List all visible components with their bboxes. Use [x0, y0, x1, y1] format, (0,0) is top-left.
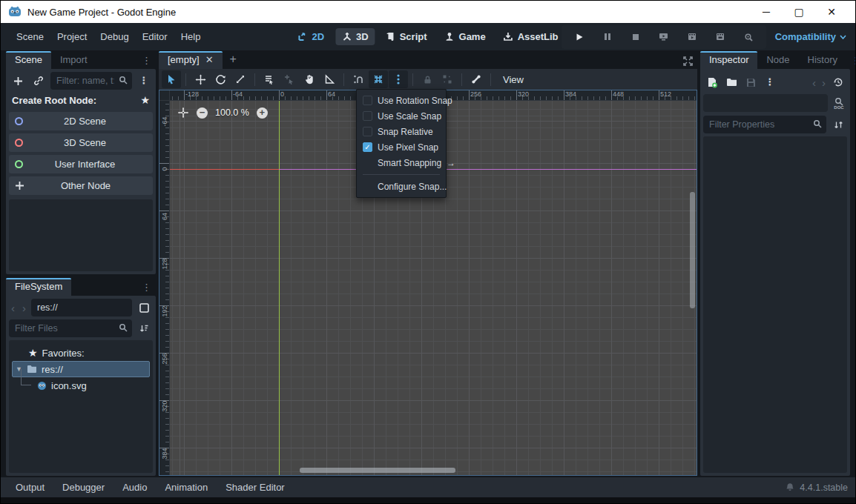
create-user-interface-button[interactable]: User Interface [9, 155, 153, 173]
rotate-tool[interactable] [211, 70, 230, 88]
tab-import[interactable]: Import [51, 51, 96, 69]
dock-options-icon[interactable]: ⋮ [137, 55, 156, 69]
move-tool[interactable] [191, 70, 210, 88]
menu-item-configure-snap[interactable]: Configure Snap... [357, 179, 446, 194]
bottom-panel-audio-button[interactable]: Audio [115, 480, 154, 495]
open-docs-button[interactable]: DOC [831, 97, 847, 110]
minimize-button[interactable]: ─ [750, 1, 783, 23]
editor-3d-button[interactable]: 3D [335, 28, 375, 45]
history-forward-icon[interactable]: › [20, 302, 28, 314]
load-resource-icon[interactable] [722, 73, 740, 91]
favorites-row[interactable]: ★ Favorites: [12, 345, 150, 361]
create-2d-scene-button[interactable]: 2D Scene [9, 112, 153, 130]
edit-next-icon[interactable]: › [820, 76, 828, 89]
history-icon[interactable] [829, 73, 847, 91]
scene-tree-empty-area [9, 199, 153, 271]
center-view-icon[interactable] [177, 107, 189, 119]
editor-2d-button[interactable]: 2D [291, 28, 331, 45]
select-tool[interactable] [162, 70, 181, 88]
menu-item-smart-snapping[interactable]: Smart Snapping → [357, 155, 446, 170]
favorites-star-icon[interactable]: ★ [140, 94, 150, 106]
bottom-panel-output-button[interactable]: Output [8, 480, 52, 495]
create-3d-scene-button[interactable]: 3D Scene [9, 133, 153, 152]
instantiate-scene-icon[interactable] [30, 72, 47, 90]
menu-help[interactable]: Help [174, 28, 208, 45]
snapping-options-button[interactable] [389, 70, 408, 88]
save-resource-icon[interactable] [742, 73, 760, 91]
list-select-tool[interactable] [260, 70, 279, 88]
tab-inspector[interactable]: Inspector [700, 51, 757, 69]
edit-prev-icon[interactable]: ‹ [810, 76, 818, 89]
resource-name-field[interactable] [703, 94, 828, 112]
grid-snap-toggle[interactable] [369, 70, 388, 88]
maximize-button[interactable]: ▢ [783, 1, 815, 23]
assetlib-icon [504, 32, 513, 42]
window-bottom-border [1, 497, 855, 503]
filesystem-dock-options-icon[interactable]: ⋮ [137, 282, 156, 296]
new-resource-icon[interactable] [703, 73, 721, 91]
zoom-percent[interactable]: 100.0 % [215, 107, 249, 118]
new-scene-tab-button[interactable]: + [223, 53, 244, 69]
res-root-row[interactable]: ▼ res:// [12, 361, 150, 377]
lock-selected-button[interactable] [418, 70, 437, 88]
distraction-free-icon[interactable] [679, 56, 697, 69]
menu-item-snap-relative[interactable]: Snap Relative [357, 124, 446, 139]
group-selected-button[interactable] [438, 70, 457, 88]
tab-scene[interactable]: Scene [6, 51, 51, 69]
tab-node[interactable]: Node [757, 51, 798, 69]
menu-item-use-pixel-snap[interactable]: ✓ Use Pixel Snap [357, 139, 446, 155]
menu-scene[interactable]: Scene [10, 28, 50, 45]
play-custom-scene-button[interactable] [711, 28, 729, 46]
editor-script-button[interactable]: Script [380, 28, 434, 45]
menu-editor[interactable]: Editor [136, 28, 174, 45]
toggle-split-mode-icon[interactable] [135, 299, 153, 316]
version-label[interactable]: 4.4.1.stable [800, 483, 848, 493]
tab-filesystem[interactable]: FileSystem [6, 278, 71, 296]
scale-tool[interactable] [231, 70, 250, 88]
ruler-tool[interactable] [320, 70, 339, 88]
rotation-pivot-tool[interactable] [280, 70, 299, 88]
file-sort-icon[interactable] [135, 319, 153, 337]
movie-maker-button[interactable] [740, 28, 757, 46]
scene-toolbar-options-icon[interactable]: ⋮ [135, 72, 153, 90]
playback-controls [562, 25, 766, 49]
filter-properties-input[interactable] [703, 116, 826, 133]
create-other-node-button[interactable]: Other Node [9, 176, 153, 195]
play-button[interactable] [570, 28, 588, 46]
icon-svg-row[interactable]: icon.svg [12, 377, 150, 394]
notification-bell-icon[interactable] [786, 483, 794, 492]
inspector-dock-options-icon[interactable]: ⋮ [846, 55, 856, 69]
remote-debug-button[interactable] [655, 28, 673, 46]
view-menu-button[interactable]: View [496, 73, 531, 87]
close-tab-icon[interactable]: ✕ [205, 54, 214, 65]
property-sort-icon[interactable] [829, 116, 847, 133]
close-button[interactable]: ✕ [815, 1, 848, 23]
bottom-panel-debugger-button[interactable]: Debugger [55, 480, 112, 495]
add-node-icon[interactable] [9, 72, 27, 90]
menu-item-use-scale-snap[interactable]: Use Scale Snap [357, 108, 446, 124]
smart-snap-toggle[interactable] [349, 70, 368, 88]
horizontal-scrollbar[interactable] [300, 468, 455, 473]
zoom-out-button[interactable]: − [197, 107, 208, 119]
vertical-scrollbar[interactable] [690, 192, 695, 308]
menu-debug[interactable]: Debug [93, 28, 135, 45]
tab-history[interactable]: History [799, 51, 846, 69]
menu-project[interactable]: Project [50, 28, 93, 45]
stop-button[interactable] [627, 28, 645, 46]
bottom-panel-animation-button[interactable]: Animation [157, 480, 215, 495]
history-back-icon[interactable]: ‹ [9, 302, 17, 314]
editor-assetlib-button[interactable]: AssetLib [497, 28, 565, 45]
resource-options-icon[interactable]: ⋮ [761, 73, 779, 91]
filter-files-input[interactable] [9, 319, 132, 337]
skeleton-options-button[interactable] [467, 70, 486, 88]
play-scene-button[interactable] [683, 28, 701, 46]
renderer-selector[interactable]: Compatibility [775, 31, 846, 42]
scene-tab-empty[interactable]: [empty] ✕ [159, 51, 223, 69]
menu-item-use-rotation-snap[interactable]: Use Rotation Snap [357, 93, 446, 108]
bottom-panel-shader-editor-button[interactable]: Shader Editor [218, 480, 292, 495]
pause-button[interactable] [599, 28, 616, 46]
path-field[interactable] [31, 299, 132, 316]
pan-tool[interactable] [300, 70, 319, 88]
editor-game-button[interactable]: Game [438, 28, 493, 45]
zoom-in-button[interactable]: + [257, 107, 268, 119]
